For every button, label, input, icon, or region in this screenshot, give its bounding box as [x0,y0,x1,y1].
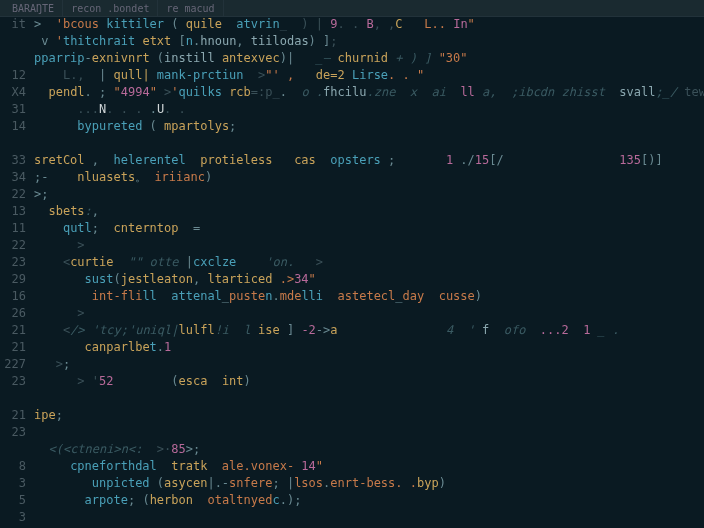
code-token: unpicted [92,476,150,490]
code-line[interactable]: > '52 (esca int) [34,373,704,390]
code-token: pparrip [34,51,85,65]
code-token: ( [114,374,179,388]
code-token: pendl [48,85,84,99]
code-token: , [193,272,207,286]
code-token: 85 [171,442,185,456]
code-token: !i l [215,323,251,337]
code-token: tiilodas [251,34,309,48]
code-line[interactable]: sust(jestleaton, ltarticed .>34" [34,271,704,288]
code-token [34,459,70,473]
code-line[interactable]: >; [34,356,704,373]
line-number: 11 [0,220,26,237]
code-token: L., [63,68,85,82]
code-token: 'bcous [56,17,107,31]
code-token: ] [280,323,302,337]
line-number [0,50,26,67]
code-token: > ' [77,374,99,388]
code-token: <(<ctneni>n<: [48,442,142,456]
code-token: ) ] [309,34,331,48]
code-token [272,153,294,167]
code-line[interactable]: ipe; [34,407,704,424]
code-token [157,459,171,473]
code-token: ) [205,170,212,184]
code-token: bypureted [77,119,142,133]
line-number: 26 [0,305,26,322]
code-line[interactable]: v 'thitchrait etxt [n.hnoun, tiilodas) ]… [34,33,704,50]
code-line[interactable]: arpote; (herbon otaltnyedc.); [34,492,704,509]
code-token [301,68,315,82]
line-number: X4 [0,84,26,101]
code-token [525,323,539,337]
line-number: it [0,16,26,33]
code-line[interactable]: > 'bcous kittiler ( quile atvrin_ ) | 9.… [34,16,704,33]
code-line[interactable] [34,135,704,152]
code-line[interactable] [34,390,704,407]
code-token: |.- [207,476,229,490]
code-token: lulfl [179,323,215,337]
code-line[interactable]: pparrip-exnivnrt (instill antexvec)| _— … [34,50,704,67]
code-token: puste [229,289,265,303]
code-token: ;_/ [655,85,677,99]
code-token: curtie [70,255,113,269]
editor-tab[interactable]: re macud [158,0,223,17]
code-token: o . [287,85,323,99]
code-line[interactable] [34,424,704,441]
code-line[interactable]: >; [34,186,704,203]
code-token [150,68,157,82]
line-number: 16 [0,288,26,305]
code-token [569,323,583,337]
code-token: . [157,340,164,354]
code-token: ' [56,34,63,48]
code-token: . [280,85,287,99]
code-line[interactable]: <curtie "" otte |cxclze 'on. > [34,254,704,271]
code-line[interactable]: bypureted ( mpartolys; [34,118,704,135]
code-token: L.. [424,17,453,31]
line-number: 23 [0,424,26,441]
code-token: t [150,340,157,354]
code-token: : [85,204,92,218]
code-token [34,340,85,354]
code-token: ( [150,51,164,65]
code-line[interactable]: ...N. . . .U. . [34,101,704,118]
code-line[interactable]: sretCol , helerentel protieless cas opst… [34,152,704,169]
code-token [34,255,63,269]
code-token: C [395,17,402,31]
code-token: cxclze [193,255,265,269]
code-line[interactable]: L., | qull| mank-prctiun >"' , de=2 Lirs… [34,67,704,84]
code-token: B [366,17,373,31]
code-line[interactable]: unpicted (asycen|.-snfere; |lsos.enrt-be… [34,475,704,492]
line-number: 23 [0,373,26,390]
code-line[interactable]: cpneforthdal tratk ale.vonex- 14" [34,458,704,475]
code-token: cas [294,153,316,167]
code-token: [)] [641,153,663,167]
code-token [34,238,77,252]
code-line[interactable]: <(<ctneni>n<: >·85>; [34,441,704,458]
code-line[interactable]: > [34,305,704,322]
line-number: 3 [0,509,26,526]
code-token [34,204,48,218]
code-token: cnterntop [114,221,179,235]
editor-tab[interactable]: BARAŊTE [4,0,63,17]
code-line[interactable]: int-flill attenal_pusten.mdelli astetecl… [34,288,704,305]
code-line[interactable]: > [34,237,704,254]
editor-tab[interactable]: recon .bondet [63,0,158,17]
code-line[interactable]: canparlbet.1 [34,339,704,356]
line-number: 34 [0,169,26,186]
code-token [345,68,352,82]
code-token: "' , [265,68,301,82]
code-token: ) [439,476,446,490]
code-token: -> [316,323,330,337]
code-token [34,119,77,133]
code-editor-area[interactable]: > 'bcous kittiler ( quile atvrin_ ) | 9.… [34,16,704,528]
code-token: > [56,357,63,371]
code-line[interactable] [34,509,704,526]
code-line[interactable]: qutl; cnterntop = [34,220,704,237]
code-line[interactable]: ;- nluasets。 iriianc) [34,169,704,186]
code-line[interactable]: </> 'tcy;'uniql|lulfl!i l ise ] -2->a 4 … [34,322,704,339]
code-token [207,374,221,388]
code-token: > [294,255,323,269]
code-token: day cusse [403,289,475,303]
code-line[interactable]: pendl. ; "4994" >'quilks rcb=:p_. o .fhc… [34,84,704,101]
code-line[interactable]: sbets:, [34,203,704,220]
code-token [272,272,279,286]
